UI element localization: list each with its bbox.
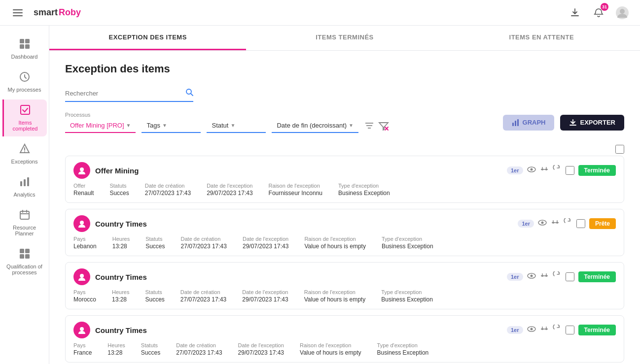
item-row-details: Pays Morocco Heures 13:28 Statuts Succes… bbox=[73, 289, 616, 303]
sidebar-item-my-processes[interactable]: My processes bbox=[2, 66, 47, 98]
item-avatar bbox=[73, 268, 90, 285]
notification-badge: 31 bbox=[601, 3, 608, 11]
detail-value: 27/07/2023 17:43 bbox=[180, 296, 226, 303]
item-avatar bbox=[73, 215, 90, 232]
statut-select[interactable]: Statut ▼ bbox=[207, 119, 266, 133]
notification-button[interactable]: 31 bbox=[591, 5, 606, 21]
sidebar-item-dashboard[interactable]: Dashboard bbox=[2, 33, 47, 65]
sidebar-item-qualification[interactable]: Qualification of processes bbox=[2, 243, 47, 280]
item-row-actions: 1er Terminée bbox=[507, 271, 616, 283]
timeline-icon[interactable] bbox=[551, 218, 560, 230]
detail-value: Business Exception bbox=[338, 190, 390, 197]
timeline-icon[interactable] bbox=[540, 165, 549, 176]
row-checkbox[interactable] bbox=[566, 272, 574, 281]
sidebar-item-analytics[interactable]: Analytics bbox=[2, 171, 47, 202]
detail-label: Date de l'exception bbox=[242, 289, 288, 295]
search-input[interactable] bbox=[65, 90, 185, 97]
qualification-icon bbox=[19, 248, 30, 262]
tab-items-termines[interactable]: ITEMS TERMINÉS bbox=[246, 26, 443, 50]
detail-value: Value of hours is empty bbox=[304, 243, 366, 250]
export-button[interactable]: EXPORTER bbox=[560, 115, 624, 131]
item-avatar bbox=[73, 322, 90, 338]
row-checkbox[interactable] bbox=[576, 219, 585, 228]
item-name: Country Times bbox=[95, 220, 147, 228]
view-icon[interactable] bbox=[527, 271, 536, 283]
download-button[interactable] bbox=[567, 5, 583, 21]
graph-button[interactable]: GRAPH bbox=[503, 115, 555, 131]
analytics-icon bbox=[19, 176, 30, 190]
detail-label: Date de l'exception bbox=[207, 183, 252, 189]
status-badge: Prête bbox=[589, 218, 616, 229]
view-icon[interactable] bbox=[538, 218, 547, 230]
tab-exception-items[interactable]: EXCEPTION DES ITEMS bbox=[49, 26, 246, 50]
rank-badge: 1er bbox=[507, 166, 523, 174]
detail-col: Date de création 27/07/2023 17:43 bbox=[176, 342, 222, 356]
detail-label: Raison de l'exception bbox=[304, 236, 366, 242]
detail-label: Statuts bbox=[109, 183, 129, 189]
detail-label: Date de création bbox=[145, 183, 191, 189]
item-name-section: Country Times bbox=[73, 268, 147, 285]
detail-value: Succes bbox=[141, 349, 160, 356]
select-all-checkbox[interactable] bbox=[615, 145, 624, 154]
detail-value: 27/07/2023 17:43 bbox=[176, 349, 222, 356]
detail-col: Statuts Succes bbox=[145, 289, 164, 303]
rank-badge: 1er bbox=[507, 273, 523, 281]
timeline-icon[interactable] bbox=[540, 271, 549, 283]
hamburger-button[interactable] bbox=[10, 5, 26, 21]
user-avatar-button[interactable] bbox=[614, 5, 630, 21]
sidebar-item-items-completed-label: Items completed bbox=[8, 120, 43, 132]
graph-button-label: GRAPH bbox=[523, 119, 546, 126]
svg-rect-0 bbox=[13, 9, 23, 10]
detail-value: Business Exception bbox=[381, 296, 433, 303]
retry-icon[interactable] bbox=[564, 218, 572, 230]
topbar: smartRoby 31 bbox=[0, 0, 640, 26]
view-icon[interactable] bbox=[527, 325, 536, 336]
detail-label: Type d'exception bbox=[382, 236, 433, 242]
table-row: Country Times 1er Terminée bbox=[65, 262, 624, 309]
processus-select[interactable]: Offer Mining [PRO] ▼ bbox=[65, 119, 136, 133]
retry-icon[interactable] bbox=[553, 271, 562, 283]
items-list: Offer Mining 1er Terminée bbox=[65, 156, 624, 363]
sidebar-item-resource-planner[interactable]: Resource Planner bbox=[2, 204, 47, 241]
row-checkbox[interactable] bbox=[566, 326, 574, 334]
tags-label: Tags bbox=[146, 122, 160, 129]
detail-value: Succes bbox=[109, 190, 129, 197]
svg-rect-7 bbox=[20, 44, 24, 49]
svg-rect-10 bbox=[21, 105, 30, 114]
detail-label: Raison de l'exception bbox=[300, 342, 361, 348]
export-button-label: EXPORTER bbox=[580, 119, 615, 126]
item-row-actions: 1er Terminée bbox=[507, 325, 616, 336]
tags-select[interactable]: Tags ▼ bbox=[142, 119, 201, 133]
sidebar-item-dashboard-label: Dashboard bbox=[11, 54, 38, 60]
detail-value: 27/07/2023 17:43 bbox=[181, 243, 227, 250]
detail-label: Date de création bbox=[176, 342, 222, 348]
detail-col: Heures 13:28 bbox=[112, 236, 130, 250]
detail-value: 13:28 bbox=[112, 296, 129, 303]
retry-icon[interactable] bbox=[553, 165, 562, 176]
retry-icon[interactable] bbox=[553, 325, 562, 336]
layout: Dashboard My processes Items completed E… bbox=[0, 26, 640, 364]
table-row: Country Times 1er Prête bbox=[65, 209, 624, 256]
row-checkbox[interactable] bbox=[566, 166, 574, 175]
detail-value: Succes bbox=[145, 296, 164, 303]
sidebar: Dashboard My processes Items completed E… bbox=[0, 26, 49, 364]
detail-value: 29/07/2023 17:43 bbox=[243, 243, 288, 250]
detail-col: Pays Lebanon bbox=[73, 236, 97, 250]
detail-col: Type d'exception Business Exception bbox=[382, 236, 433, 250]
timeline-icon[interactable] bbox=[540, 325, 549, 336]
svg-point-35 bbox=[80, 167, 84, 171]
search-icon bbox=[185, 88, 193, 98]
detail-col: Type d'exception Business Exception bbox=[338, 183, 390, 197]
filter-remove-icon[interactable] bbox=[378, 120, 389, 131]
sidebar-item-items-completed[interactable]: Items completed bbox=[2, 99, 47, 136]
filter-lines-icon[interactable] bbox=[364, 120, 374, 131]
sidebar-item-exceptions[interactable]: Exceptions bbox=[2, 138, 47, 169]
detail-col: Heures 13:28 bbox=[107, 342, 125, 356]
detail-value: France bbox=[73, 349, 92, 356]
detail-col: Date de l'exception 29/07/2023 17:43 bbox=[242, 289, 288, 303]
date-select[interactable]: Date de fin (decroissant) ▼ bbox=[272, 119, 358, 133]
svg-point-55 bbox=[541, 275, 543, 277]
items-completed-icon bbox=[20, 104, 31, 118]
view-icon[interactable] bbox=[527, 165, 536, 176]
tab-items-attente[interactable]: ITEMS EN ATTENTE bbox=[443, 26, 640, 50]
